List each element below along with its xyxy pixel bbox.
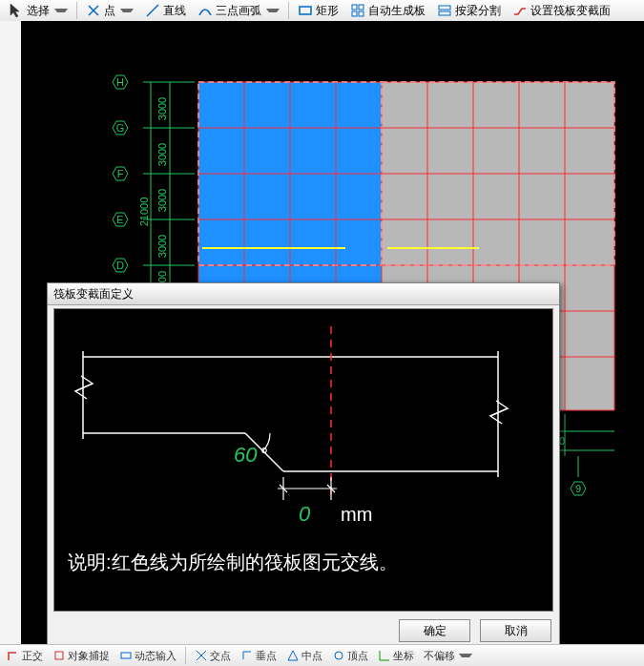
split-beam-tool[interactable]: 按梁分割: [432, 0, 506, 21]
status-mid[interactable]: 中点: [283, 649, 325, 663]
line-label: 直线: [163, 3, 186, 19]
select-label: 选择: [27, 3, 50, 19]
status-dyn[interactable]: 动态输入: [116, 649, 179, 663]
dim-text-left: 3000 3000 3000 3000 21000 00: [138, 97, 168, 282]
status-nooffset[interactable]: 不偏移: [421, 649, 475, 663]
ok-button[interactable]: 确定: [399, 619, 470, 642]
dialog-canvas: 60 ° 0 mm 说明:红色线为所绘制的筏板图元交线。: [53, 308, 553, 612]
mid-icon: [286, 649, 300, 662]
svg-text:D: D: [116, 260, 124, 271]
x-icon: [195, 649, 208, 662]
svg-text:H: H: [116, 76, 124, 88]
dim-unit: mm: [341, 504, 372, 525]
status-apex[interactable]: 顶点: [329, 649, 371, 663]
row-labels: H G F E D: [113, 75, 128, 272]
arc-label: 三点画弧: [216, 3, 261, 19]
point-tool[interactable]: 点: [81, 0, 138, 21]
rect-icon: [298, 3, 313, 18]
autogen-label: 自动生成板: [368, 3, 426, 19]
svg-text:E: E: [116, 214, 123, 225]
select-tool[interactable]: 选择: [4, 0, 73, 21]
status-perp[interactable]: 垂点: [238, 649, 280, 663]
split-icon: [437, 3, 452, 18]
section-label: 设置筏板变截面: [530, 3, 611, 19]
chevron-down-icon: [54, 9, 68, 12]
dyn-icon: [119, 649, 133, 662]
cursor-icon: [9, 3, 24, 18]
svg-text:9: 9: [575, 483, 581, 494]
section-icon: [512, 3, 528, 18]
status-ortho[interactable]: 正交: [4, 649, 46, 663]
svg-rect-7: [359, 11, 364, 16]
break-icon-right: [490, 401, 508, 424]
snap-icon: [52, 649, 66, 662]
chevron-down-icon: [266, 9, 280, 12]
angle-value[interactable]: 60: [234, 443, 258, 467]
status-int[interactable]: 交点: [192, 649, 234, 663]
svg-rect-9: [439, 11, 450, 15]
autogen-tool[interactable]: 自动生成板: [345, 0, 430, 21]
line-tool[interactable]: 直线: [140, 0, 191, 21]
break-icon-left: [75, 376, 93, 399]
dim-value[interactable]: 0: [299, 502, 311, 526]
svg-rect-75: [121, 653, 131, 658]
point-icon: [86, 3, 101, 18]
svg-text:3000: 3000: [156, 97, 168, 120]
svg-text:G: G: [116, 122, 125, 134]
ortho-icon: [7, 649, 20, 662]
svg-text:3000: 3000: [156, 189, 168, 212]
dialog-note: 说明:红色线为所绘制的筏板图元交线。: [68, 552, 398, 572]
arc-icon: [197, 3, 213, 18]
svg-text:3000: 3000: [156, 143, 168, 166]
grid-icon: [350, 3, 365, 18]
chevron-down-icon: [120, 9, 134, 12]
arc-tool[interactable]: 三点画弧: [193, 0, 284, 21]
deg-symbol: °: [260, 445, 268, 466]
apex-icon: [332, 649, 345, 662]
svg-point-78: [335, 652, 343, 659]
svg-text:21000: 21000: [138, 198, 150, 227]
top-toolbar: 选择 点 直线 三点画弧: [0, 0, 644, 22]
svg-rect-74: [55, 652, 63, 659]
status-bar: 正交 对象捕捉 动态输入 交点 垂点 中点 顶点 坐标 不偏移: [0, 644, 644, 666]
chevron-down-icon: [459, 654, 472, 657]
svg-rect-6: [352, 11, 357, 16]
rect-tool[interactable]: 矩形: [293, 0, 343, 21]
left-ruler: [0, 21, 22, 645]
svg-rect-5: [359, 5, 364, 10]
dialog-title: 筏板变截面定义: [53, 286, 134, 302]
dim-line: [278, 477, 337, 500]
svg-text:F: F: [117, 168, 124, 179]
svg-text:00: 00: [156, 271, 168, 282]
point-label: 点: [104, 3, 115, 19]
cancel-button[interactable]: 取消: [480, 619, 551, 642]
line-icon: [145, 3, 160, 18]
status-coord[interactable]: 坐标: [375, 649, 417, 663]
split-label: 按梁分割: [455, 3, 501, 19]
perp-icon: [240, 649, 254, 662]
status-snap[interactable]: 对象捕捉: [50, 649, 113, 663]
section-dialog: 筏板变截面定义 60 °: [47, 282, 560, 649]
dialog-titlebar[interactable]: 筏板变截面定义: [48, 283, 559, 305]
svg-rect-8: [439, 6, 450, 10]
svg-rect-3: [300, 7, 311, 14]
svg-rect-4: [352, 5, 357, 10]
rect-label: 矩形: [316, 3, 339, 19]
svg-text:3000: 3000: [156, 235, 168, 258]
set-section-tool[interactable]: 设置筏板变截面: [508, 0, 615, 21]
svg-line-2: [147, 5, 158, 16]
coord-icon: [378, 649, 391, 662]
